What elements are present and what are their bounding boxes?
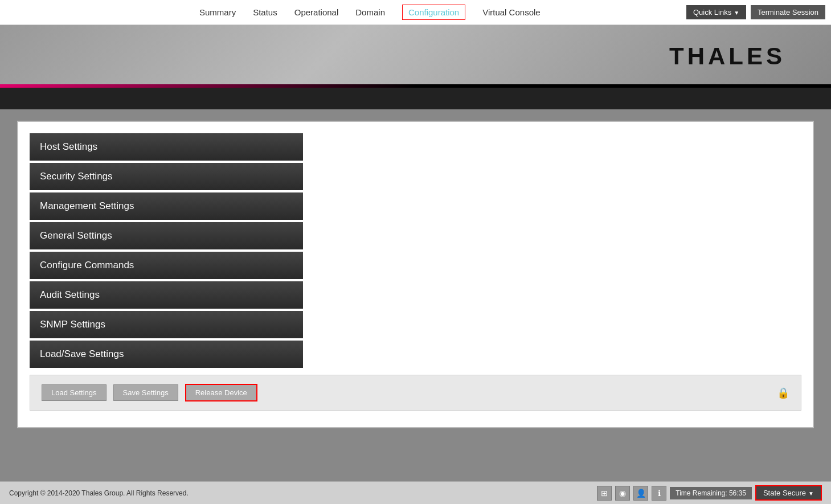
- nav-operational[interactable]: Operational: [294, 7, 339, 17]
- chevron-down-icon: [734, 8, 739, 17]
- top-nav: Summary Status Operational Domain Config…: [0, 0, 831, 25]
- grid-icon[interactable]: ⊞: [597, 486, 612, 501]
- menu-general-settings[interactable]: General Settings: [30, 222, 303, 249]
- nav-configuration[interactable]: Configuration: [402, 5, 465, 20]
- release-device-button[interactable]: Release Device: [185, 384, 257, 401]
- save-settings-button[interactable]: Save Settings: [113, 384, 178, 401]
- main-wrapper: Host Settings Security Settings Manageme…: [0, 109, 831, 481]
- nav-links: Summary Status Operational Domain Config…: [199, 5, 541, 20]
- nav-right-actions: Quick Links Terminate Session: [686, 5, 825, 19]
- header-stripe: [0, 84, 831, 88]
- dark-band: [0, 88, 831, 109]
- circle-icon[interactable]: ◉: [615, 486, 630, 501]
- nav-domain[interactable]: Domain: [355, 7, 385, 17]
- state-secure-button[interactable]: State Secure: [755, 485, 822, 501]
- sidebar-menu: Host Settings Security Settings Manageme…: [30, 133, 303, 368]
- footer: Copyright © 2014-2020 Thales Group. All …: [0, 481, 831, 504]
- state-chevron-icon: [808, 489, 814, 497]
- nav-virtual-console[interactable]: Virtual Console: [482, 7, 540, 17]
- header-area: THALES: [0, 25, 831, 88]
- menu-load-save-settings[interactable]: Load/Save Settings: [30, 341, 303, 368]
- menu-management-settings[interactable]: Management Settings: [30, 192, 303, 220]
- quick-links-button[interactable]: Quick Links: [686, 5, 746, 19]
- copyright-text: Copyright © 2014-2020 Thales Group. All …: [9, 489, 189, 497]
- action-bar: Load Settings Save Settings Release Devi…: [30, 375, 801, 411]
- load-settings-button[interactable]: Load Settings: [42, 384, 107, 401]
- time-remaining[interactable]: Time Remaining: 56:35: [670, 487, 752, 499]
- menu-configure-commands[interactable]: Configure Commands: [30, 252, 303, 279]
- menu-audit-settings[interactable]: Audit Settings: [30, 281, 303, 309]
- content-box: Host Settings Security Settings Manageme…: [17, 121, 814, 428]
- menu-host-settings[interactable]: Host Settings: [30, 133, 303, 161]
- menu-security-settings[interactable]: Security Settings: [30, 163, 303, 190]
- info-icon[interactable]: ℹ: [652, 486, 666, 501]
- person-icon[interactable]: 👤: [633, 486, 648, 501]
- terminate-session-button[interactable]: Terminate Session: [751, 5, 825, 19]
- footer-right: ⊞ ◉ 👤 ℹ Time Remaining: 56:35 State Secu…: [597, 485, 822, 501]
- nav-status[interactable]: Status: [253, 7, 277, 17]
- lock-icon: 🔒: [777, 387, 789, 399]
- menu-snmp-settings[interactable]: SNMP Settings: [30, 311, 303, 338]
- nav-summary[interactable]: Summary: [199, 7, 236, 17]
- thales-logo: THALES: [669, 43, 785, 70]
